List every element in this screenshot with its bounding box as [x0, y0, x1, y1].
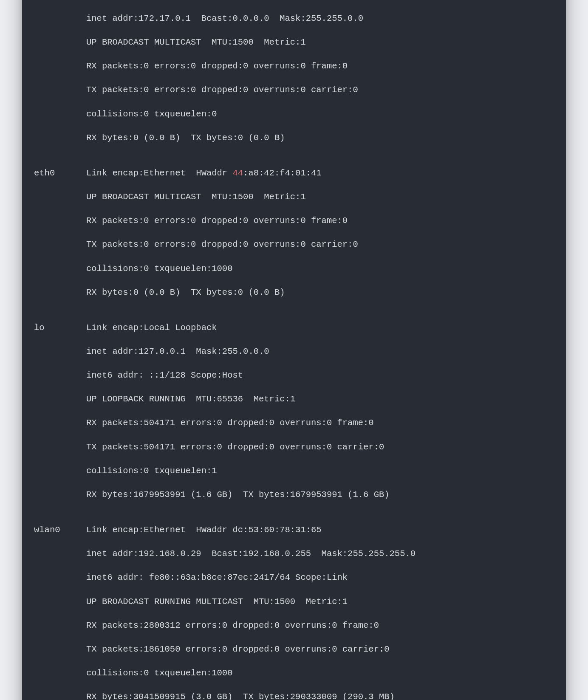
iface-line: Link encap:Ethernet HWaddr 44:a8:42:f4:0…	[86, 168, 322, 178]
iface-name: lo	[34, 322, 86, 334]
iface-line: UP BROADCAST MULTICAST MTU:1500 Metric:1	[86, 192, 306, 202]
iface-line: inet addr:172.17.0.1 Bcast:0.0.0.0 Mask:…	[86, 14, 363, 23]
iface-line: RX packets:504171 errors:0 dropped:0 ove…	[86, 418, 374, 428]
iface-line: collisions:0 txqueuelen:1000	[86, 668, 232, 678]
iface-line: collisions:0 txqueuelen:0	[86, 109, 217, 119]
stage: superman# ifconfig docker0Link encap:Eth…	[0, 0, 588, 700]
iface-line: RX bytes:0 (0.0 B) TX bytes:0 (0.0 B)	[86, 288, 285, 297]
iface-line: inet6 addr: ::1/128 Scope:Host	[86, 370, 243, 380]
interface-eth0: eth0Link encap:Ethernet HWaddr 44:a8:42:…	[34, 167, 554, 299]
iface-line: TX packets:1861050 errors:0 dropped:0 ov…	[86, 644, 390, 654]
interface-docker0: docker0Link encap:Ethernet HWaddr 02:42:…	[34, 0, 554, 144]
hwaddr-octet-highlight: 44	[232, 168, 243, 178]
interface-lo: loLink encap:Local Loopback inet addr:12…	[34, 322, 554, 501]
iface-line: collisions:0 txqueuelen:1000	[86, 264, 232, 274]
terminal-content[interactable]: superman# ifconfig docker0Link encap:Eth…	[22, 0, 566, 700]
iface-line: UP LOOPBACK RUNNING MTU:65536 Metric:1	[86, 394, 295, 404]
iface-line: TX packets:0 errors:0 dropped:0 overruns…	[86, 85, 358, 95]
iface-line: Link encap:Ethernet HWaddr dc:53:60:78:3…	[86, 525, 322, 535]
iface-name: eth0	[34, 167, 86, 179]
iface-line: RX packets:0 errors:0 dropped:0 overruns…	[86, 216, 348, 226]
iface-line: RX bytes:0 (0.0 B) TX bytes:0 (0.0 B)	[86, 133, 285, 143]
iface-line: Link encap:Local Loopback	[86, 323, 217, 333]
iface-line: RX bytes:1679953991 (1.6 GB) TX bytes:16…	[86, 490, 390, 500]
iface-line: RX packets:0 errors:0 dropped:0 overruns…	[86, 61, 348, 71]
iface-line: TX packets:504171 errors:0 dropped:0 ove…	[86, 442, 384, 452]
iface-name: docker0	[34, 0, 86, 1]
iface-line: inet addr:127.0.0.1 Mask:255.0.0.0	[86, 347, 269, 356]
iface-line: inet addr:192.168.0.29 Bcast:192.168.0.2…	[86, 549, 416, 559]
iface-line: UP BROADCAST RUNNING MULTICAST MTU:1500 …	[86, 597, 348, 607]
iface-name: wlan0	[34, 524, 86, 536]
interface-wlan0: wlan0Link encap:Ethernet HWaddr dc:53:60…	[34, 524, 554, 700]
terminal-window: superman# ifconfig docker0Link encap:Eth…	[22, 0, 566, 700]
iface-line: RX bytes:3041509915 (3.0 GB) TX bytes:29…	[86, 692, 395, 700]
iface-line: RX packets:2800312 errors:0 dropped:0 ov…	[86, 621, 379, 630]
iface-line: UP BROADCAST MULTICAST MTU:1500 Metric:1	[86, 37, 306, 47]
iface-line: collisions:0 txqueuelen:1	[86, 466, 217, 476]
iface-line: TX packets:0 errors:0 dropped:0 overruns…	[86, 240, 358, 249]
iface-line: inet6 addr: fe80::63a:b8ce:87ec:2417/64 …	[86, 573, 348, 582]
